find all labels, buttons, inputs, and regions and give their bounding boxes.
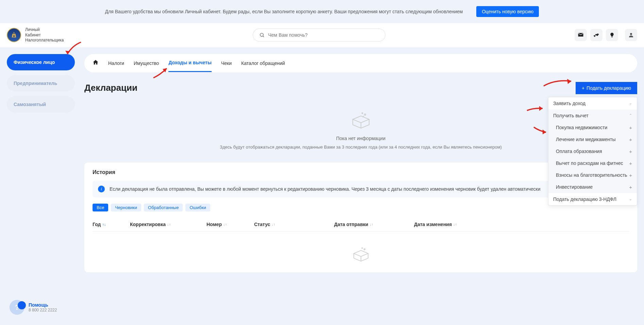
svg-point-2 [630,33,632,35]
mail-icon[interactable] [575,29,587,41]
nav-requests[interactable]: Каталог обращений [241,55,285,72]
col-status[interactable]: Статус↓↑ [254,222,334,227]
page-title: Декларации [84,83,137,93]
dd-declare-income[interactable]: Заявить доход ⌄ [548,97,637,109]
header: Личный Кабинет Налогоплательщика [0,23,644,47]
sort-icon: ↓↑ [167,222,171,226]
svg-marker-5 [567,79,571,84]
handshake-icon[interactable] [590,29,602,41]
top-nav: Налоги Имущество Доходы и вычеты Чеки Ка… [84,54,637,72]
history-empty-icon [93,232,629,266]
nav-income[interactable]: Доходы и вычеты [168,54,212,72]
sidebar-item-entrepreneur[interactable]: Предприниматель [7,75,75,91]
dd-get-deduction[interactable]: Получить вычет ⌃ [548,109,637,122]
table-header: Год↑↓ Корректировка↓↑ Номер↓↑ Статус↓↑ Д… [93,218,629,232]
dd-sub-property[interactable]: Покупка недвижимости+ [548,122,637,134]
lightbulb-icon[interactable] [606,29,618,41]
nav-receipts[interactable]: Чеки [221,55,232,72]
dd-sub-education[interactable]: Оплата образования+ [548,146,637,157]
svg-point-10 [364,249,365,250]
plus-icon: + [629,184,632,190]
dd-sub-medical[interactable]: Лечение или медикаменты+ [548,134,637,146]
main-content: Налоги Имущество Доходы и вычеты Чеки Ка… [84,47,637,272]
svg-point-8 [364,114,366,115]
dd-sub-fitness[interactable]: Вычет по расходам на фитнес+ [548,157,637,169]
filter-processed[interactable]: Обработанные [144,204,183,211]
sidebar-item-individual[interactable]: Физическое лицо [7,54,75,70]
plus-icon: + [629,172,632,178]
plus-icon: + [582,85,584,91]
sort-icon: ↓↑ [369,222,373,226]
col-number[interactable]: Номер↓↑ [207,222,254,227]
filter-all[interactable]: Все [93,204,108,211]
sidebar-item-selfemployed[interactable]: Самозанятый [7,96,75,113]
plus-icon: + [629,125,632,131]
nav-taxes[interactable]: Налоги [108,55,124,72]
dd-sub-investing[interactable]: Инвестирование+ [548,181,637,193]
logo[interactable]: Личный Кабинет Налогоплательщика [7,27,64,43]
logo-text: Личный Кабинет Налогоплательщика [25,27,64,43]
user-icon[interactable] [625,29,637,41]
sort-icon: ↑↓ [102,222,106,226]
banner-text: Для Вашего удобства мы обновили Личный к… [105,9,463,14]
filter-errors[interactable]: Ошибки [185,204,210,211]
plus-icon: + [629,137,632,142]
svg-point-0 [260,33,263,36]
col-sent-date[interactable]: Дата отправки↓↑ [334,222,414,227]
chevron-down-icon: ⌄ [629,101,632,105]
sort-icon: ↓↑ [453,222,457,226]
rate-version-button[interactable]: Оценить новую версию [476,6,539,17]
emblem-icon [7,28,21,42]
search-input-wrap[interactable] [253,29,385,41]
declaration-dropdown: Заявить доход ⌄ Получить вычет ⌃ Покупка… [548,97,637,206]
info-icon: i [98,186,105,192]
search-icon [259,32,265,38]
submit-declaration-button[interactable]: + Подать декларацию [576,82,637,94]
info-text: Если декларация не была отправлена, Вы м… [110,186,541,193]
chevron-down-icon: ⌄ [629,197,632,201]
svg-point-11 [362,247,362,248]
sort-icon: ↓↑ [271,222,275,226]
svg-line-1 [263,36,264,37]
sort-icon: ↓↑ [223,222,227,226]
dd-3ndfl[interactable]: Подать декларацию 3-НДФЛ ⌄ [548,193,637,205]
nav-property[interactable]: Имущество [134,55,159,72]
plus-icon: + [629,149,632,154]
search-input[interactable] [268,32,379,38]
col-change-date[interactable]: Дата изменения↓↑ [414,222,629,227]
update-banner: Для Вашего удобства мы обновили Личный к… [0,0,644,23]
filter-drafts[interactable]: Черновики [111,204,141,211]
dd-sub-charity[interactable]: Взносы на благотворительность+ [548,169,637,181]
col-year[interactable]: Год↑↓ [93,222,130,227]
plus-icon: + [629,160,632,166]
svg-point-9 [362,113,363,114]
home-icon[interactable] [93,59,99,67]
col-correction[interactable]: Корректировка↓↑ [130,222,207,227]
chevron-up-icon: ⌃ [629,113,632,118]
sidebar: Физическое лицо Предприниматель Самозаня… [7,47,75,117]
